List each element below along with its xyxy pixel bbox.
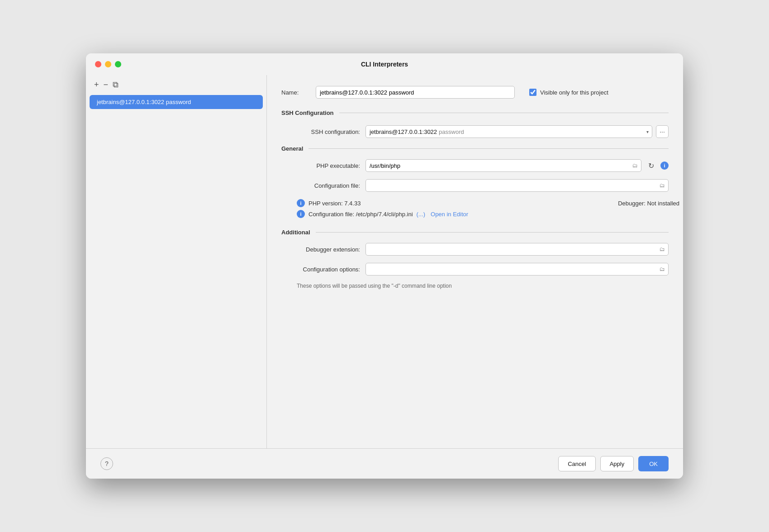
ssh-config-select[interactable]: jetbrains@127.0.0.1:3022 password xyxy=(366,125,652,138)
maximize-button[interactable] xyxy=(115,61,121,67)
copy-interpreter-button[interactable]: ⧉ xyxy=(111,80,120,90)
divider xyxy=(309,148,669,149)
divider xyxy=(316,232,669,233)
config-input-container: 🗂 xyxy=(366,179,669,192)
php-version-info-icon: i xyxy=(297,199,305,207)
config-options-row: Configuration options: 🗂 xyxy=(292,263,669,276)
title-bar: CLI Interpreters xyxy=(86,53,683,75)
additional-section-header: Additional xyxy=(281,229,669,236)
config-file-input[interactable] xyxy=(366,179,669,192)
interpreter-item[interactable]: jetbrains@127.0.0.1:3022 password xyxy=(90,95,263,109)
php-executable-row: PHP executable: 🗂 ↻ i xyxy=(292,159,669,172)
config-file-label: Configuration file: xyxy=(292,182,360,189)
close-button[interactable] xyxy=(95,61,101,67)
debugger-ext-container: 🗂 xyxy=(366,243,669,256)
ok-button[interactable]: OK xyxy=(638,456,669,471)
config-options-label: Configuration options: xyxy=(292,266,360,273)
config-options-container: 🗂 xyxy=(366,263,669,276)
general-section-header: General xyxy=(281,145,669,152)
config-file-info-icon: i xyxy=(297,210,305,218)
visible-only-row: Visible only for this project xyxy=(529,89,608,96)
minimize-button[interactable] xyxy=(105,61,111,67)
ssh-config-label: SSH configuration: xyxy=(292,128,360,135)
php-executable-label: PHP executable: xyxy=(292,162,360,169)
right-panel: Name: Visible only for this project SSH … xyxy=(267,75,683,448)
cancel-button[interactable]: Cancel xyxy=(558,456,595,471)
debugger-status-text: Debugger: Not installed xyxy=(618,200,679,207)
footer-buttons: Cancel Apply OK xyxy=(558,456,669,471)
apply-button[interactable]: Apply xyxy=(600,456,634,471)
php-exe-wrapper: 🗂 ↻ i xyxy=(366,159,669,172)
ssh-config-title: SSH Configuration xyxy=(281,109,339,116)
help-button[interactable]: ? xyxy=(100,457,113,470)
name-input[interactable] xyxy=(316,86,515,99)
ssh-select-wrapper: jetbrains@127.0.0.1:3022 password ▾ ··· xyxy=(366,125,669,138)
cli-interpreters-dialog: CLI Interpreters + − ⧉ jetbrains@127.0.0… xyxy=(86,53,683,479)
interpreter-name: jetbrains@127.0.0.1:3022 password xyxy=(97,99,191,105)
window-controls xyxy=(95,61,121,67)
ssh-config-row: SSH configuration: jetbrains@127.0.0.1:3… xyxy=(292,125,669,138)
config-file-info-text: Configuration file: /etc/php/7.4/cli/php… xyxy=(309,211,413,218)
dialog-title: CLI Interpreters xyxy=(361,61,408,68)
ssh-secondary-text: password xyxy=(439,128,464,135)
ssh-config-section-header: SSH Configuration xyxy=(281,109,669,116)
left-panel: + − ⧉ jetbrains@127.0.0.1:3022 password xyxy=(86,75,267,448)
ssh-main-text: jetbrains@127.0.0.1:3022 xyxy=(370,128,437,135)
config-file-info-row: i Configuration file: /etc/php/7.4/cli/p… xyxy=(292,210,679,218)
php-version-text: PHP version: 7.4.33 xyxy=(309,200,361,207)
debugger-extension-label: Debugger extension: xyxy=(292,246,360,253)
config-file-link[interactable]: (...) xyxy=(417,211,426,218)
toolbar: + − ⧉ xyxy=(86,75,266,94)
config-options-input[interactable] xyxy=(366,263,669,276)
php-exe-container: 🗂 xyxy=(366,159,641,172)
interpreter-list: jetbrains@127.0.0.1:3022 password xyxy=(86,94,266,448)
general-title: General xyxy=(281,145,309,152)
visible-only-label: Visible only for this project xyxy=(540,89,608,96)
php-executable-input[interactable] xyxy=(366,159,641,172)
ssh-select-container: jetbrains@127.0.0.1:3022 password ▾ xyxy=(366,125,652,138)
name-label: Name: xyxy=(281,89,309,96)
add-interpreter-button[interactable]: + xyxy=(92,80,101,90)
refresh-button[interactable]: ↻ xyxy=(645,160,657,171)
info-icon: i xyxy=(660,162,669,170)
hint-text: These options will be passed using the "… xyxy=(292,283,669,289)
open-in-editor-link[interactable]: Open in Editor xyxy=(431,211,468,218)
remove-interpreter-button[interactable]: − xyxy=(102,80,110,90)
config-file-row: Configuration file: 🗂 xyxy=(292,179,669,192)
visible-only-checkbox[interactable] xyxy=(529,89,536,96)
footer: ? Cancel Apply OK xyxy=(86,448,683,479)
php-version-row: i PHP version: 7.4.33 Debugger: Not inst… xyxy=(292,199,679,207)
additional-title: Additional xyxy=(281,229,316,236)
name-row: Name: Visible only for this project xyxy=(281,86,669,99)
main-content: + − ⧉ jetbrains@127.0.0.1:3022 password … xyxy=(86,75,683,448)
debugger-extension-row: Debugger extension: 🗂 xyxy=(292,243,669,256)
debugger-extension-input[interactable] xyxy=(366,243,669,256)
divider xyxy=(339,113,669,113)
ssh-config-more-button[interactable]: ··· xyxy=(656,125,669,138)
